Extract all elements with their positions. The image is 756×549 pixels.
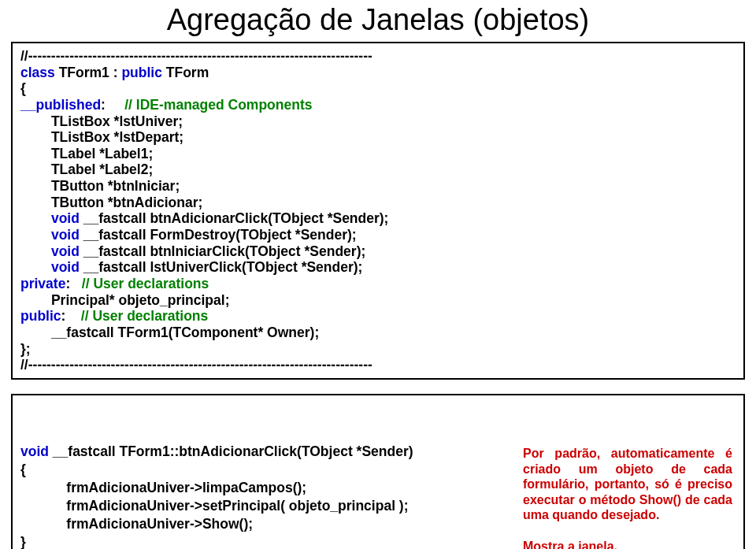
code-text: TLabel *Label2; [20, 161, 153, 177]
code-line: //--------------------------------------… [20, 357, 372, 373]
indent [20, 210, 51, 226]
code-text: __fastcall TForm1::btnAdicionarClick(TOb… [49, 443, 413, 459]
code-box-header: //--------------------------------------… [11, 42, 745, 380]
code-text: TForm1 : [55, 65, 122, 80]
code-line: //--------------------------------------… [20, 48, 372, 64]
indent [20, 243, 51, 259]
note-text-1: Por padrão, automaticamente é criado um … [523, 446, 732, 523]
code-text: frmAdicionaUniver->limpaCampos(); [20, 480, 306, 495]
page-root: Agregação de Janelas (objetos) //-------… [0, 0, 756, 549]
note-box: Por padrão, automaticamente é criado um … [515, 443, 736, 549]
impl-code: void __fastcall TForm1::btnAdicionarClic… [20, 443, 515, 549]
kw-void: void [51, 210, 80, 226]
code-text: TListBox *lstDepart; [20, 129, 183, 145]
note-text-2: Mostra a janela. [523, 539, 732, 549]
kw-void: void [51, 227, 80, 243]
code-text: TButton *btnIniciar; [20, 178, 180, 194]
comment: // IDE-managed Components [106, 97, 313, 113]
code-text: }; [20, 341, 31, 357]
kw-private: private [20, 276, 65, 291]
impl-row: void __fastcall TForm1::btnAdicionarClic… [20, 443, 736, 549]
code-text: __fastcall btnIniciarClick(TObject *Send… [80, 243, 365, 259]
code-text: __fastcall FormDestroy(TObject *Sender); [80, 227, 357, 243]
kw-void: void [51, 259, 80, 275]
code-text: TLabel *Label1; [20, 146, 153, 161]
code-text: __fastcall btnAdicionarClick(TObject *Se… [80, 210, 389, 226]
code-text: { [20, 80, 26, 96]
comment: // User declarations [70, 276, 209, 291]
code-text: } [20, 534, 26, 549]
code-text: __fastcall lstUniverClick(TObject *Sende… [80, 259, 363, 275]
code-text: frmAdicionaUniver->Show(); [20, 516, 253, 532]
code-text: { [20, 462, 26, 477]
kw-published: __published [20, 97, 101, 113]
code-text: TListBox *lstUniver; [20, 113, 183, 129]
comment: // User declarations [65, 308, 208, 324]
kw-public: public [121, 65, 162, 80]
page-title: Agregação de Janelas (objetos) [0, 0, 756, 42]
kw-class: class [20, 65, 55, 80]
kw-void: void [51, 243, 80, 259]
code-text: frmAdicionaUniver->setPrincipal( objeto_… [20, 498, 409, 514]
kw-void: void [20, 443, 49, 459]
indent [20, 259, 51, 275]
code-text: __fastcall TForm1(TComponent* Owner); [20, 325, 319, 340]
code-text: TForm [162, 65, 209, 80]
kw-public: public [20, 308, 61, 324]
code-text: Principal* objeto_principal; [20, 292, 229, 308]
code-text: TButton *btnAdicionar; [20, 195, 202, 210]
indent [20, 227, 51, 243]
code-box-impl: void __fastcall TForm1::btnAdicionarClic… [11, 394, 745, 549]
